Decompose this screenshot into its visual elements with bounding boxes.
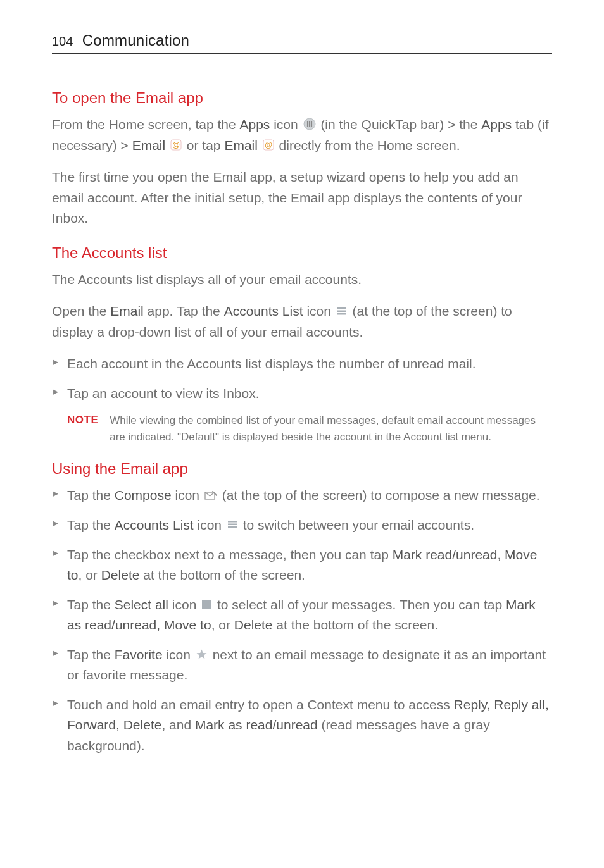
- list-item: Each account in the Accounts list displa…: [52, 354, 552, 375]
- svg-point-2: [308, 121, 310, 123]
- bold-compose: Compose: [115, 488, 172, 502]
- text: icon: [303, 304, 335, 318]
- text: icon: [172, 488, 203, 502]
- note-text: While viewing the combined list of your …: [110, 412, 552, 445]
- text: Tap the: [67, 518, 115, 532]
- text: at the bottom of the screen.: [139, 567, 305, 582]
- paragraph-setup-wizard: The first time you open the Email app, a…: [52, 167, 552, 229]
- text: Tap the checkbox next to a message, then…: [67, 547, 393, 562]
- svg-text:@: @: [265, 140, 272, 149]
- note-label: NOTE: [67, 412, 98, 445]
- heading-accounts-list: The Accounts list: [52, 244, 552, 262]
- list-lines-icon: [227, 519, 238, 530]
- email-at-icon: @: [263, 139, 274, 151]
- page-number: 104: [52, 34, 73, 48]
- text: directly from the Home screen.: [275, 138, 460, 152]
- list-item: Tap the Select all icon to select all of…: [52, 595, 552, 636]
- paragraph-accounts-desc: The Accounts list displays all of your e…: [52, 270, 552, 290]
- section-title: Communication: [82, 32, 189, 49]
- bold-accounts-list-2: Accounts List: [115, 518, 194, 532]
- bold-favorite: Favorite: [115, 647, 163, 662]
- page: 104 Communication To open the Email app …: [0, 0, 604, 868]
- svg-rect-21: [202, 600, 211, 609]
- compose-envelope-icon: [204, 490, 217, 500]
- bold-mark-read: Mark read/unread: [393, 547, 498, 562]
- text: Tap the: [67, 597, 115, 612]
- svg-rect-14: [337, 307, 346, 309]
- bold-apps-tab: Apps: [481, 117, 512, 132]
- heading-open-email: To open the Email app: [52, 89, 552, 107]
- text: Touch and hold an email entry to open a …: [67, 697, 454, 712]
- bold-delete: Delete: [101, 567, 140, 582]
- list-item: Tap the checkbox next to a message, then…: [52, 545, 552, 586]
- text: Open the: [52, 304, 110, 318]
- svg-rect-20: [228, 526, 237, 528]
- text: to select all of your messages. Then you…: [213, 597, 506, 612]
- svg-point-3: [310, 121, 311, 123]
- list-lines-icon: [336, 306, 348, 316]
- text: From the Home screen, tap the: [52, 117, 239, 132]
- bold-accounts-list: Accounts List: [224, 304, 303, 318]
- paragraph-open-email: From the Home screen, tap the Apps icon …: [52, 115, 552, 156]
- bold-mark-read-2: Mark as read/unread: [195, 717, 318, 732]
- bold-select-all: Select all: [115, 597, 168, 612]
- text: to switch between your email accounts.: [239, 518, 474, 532]
- list-item: Tap the Favorite icon next to an email m…: [52, 645, 552, 686]
- apps-grid-icon: [303, 118, 316, 130]
- svg-rect-19: [228, 524, 237, 526]
- text: icon: [194, 518, 225, 532]
- list-item: Tap the Accounts List icon to switch bet…: [52, 515, 552, 536]
- text: or tap: [183, 138, 224, 152]
- svg-point-4: [306, 123, 308, 125]
- svg-point-7: [306, 125, 308, 127]
- svg-rect-15: [337, 310, 346, 312]
- list-item: Touch and hold an email entry to open a …: [52, 695, 552, 757]
- svg-text:@: @: [172, 140, 180, 149]
- list-item: Tap the Compose icon (at the top of the …: [52, 485, 552, 506]
- bold-apps: Apps: [239, 117, 270, 132]
- text: (in the QuickTap bar) > the: [317, 117, 482, 132]
- text: app. Tap the: [144, 304, 224, 318]
- svg-rect-16: [337, 313, 346, 315]
- bold-email-3: Email: [110, 304, 144, 318]
- heading-using-email: Using the Email app: [52, 460, 552, 478]
- text: , and: [161, 717, 195, 732]
- text: , or: [211, 617, 234, 632]
- text: (at the top of the screen) to compose a …: [218, 488, 540, 502]
- text: icon: [270, 117, 301, 132]
- bold-email: Email: [132, 138, 166, 152]
- bold-email-2: Email: [224, 138, 258, 152]
- text: ,: [497, 547, 505, 562]
- note-block: NOTE While viewing the combined list of …: [67, 412, 552, 445]
- list-item: Tap an account to view its Inbox.: [52, 383, 552, 404]
- running-header: 104 Communication: [52, 32, 552, 54]
- svg-point-6: [310, 123, 311, 125]
- text: icon: [163, 647, 194, 662]
- svg-rect-18: [228, 521, 237, 523]
- svg-point-1: [306, 121, 308, 123]
- text: icon: [168, 597, 200, 612]
- accounts-bullet-list: Each account in the Accounts list displa…: [52, 354, 552, 404]
- text: Tap the: [67, 488, 115, 502]
- using-bullet-list: Tap the Compose icon (at the top of the …: [52, 485, 552, 756]
- svg-point-8: [308, 125, 310, 127]
- email-at-icon: @: [170, 139, 182, 151]
- svg-point-5: [308, 123, 310, 125]
- text: , or: [79, 567, 101, 582]
- select-all-square-icon: [201, 599, 212, 610]
- bold-delete-2: Delete: [234, 617, 273, 632]
- paragraph-open-accounts: Open the Email app. Tap the Accounts Lis…: [52, 301, 552, 342]
- svg-point-9: [310, 125, 311, 127]
- star-icon: [196, 648, 208, 660]
- text: at the bottom of the screen.: [273, 617, 439, 632]
- text: Tap the: [67, 647, 115, 662]
